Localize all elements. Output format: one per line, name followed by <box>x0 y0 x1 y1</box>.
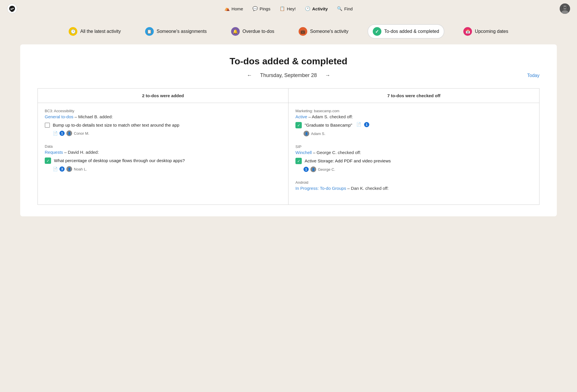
todo-checkbox-checked-1[interactable]: ✓ <box>45 157 51 164</box>
todo-subtitle-suffix-r2: – Dan K. checked off: <box>347 186 389 191</box>
todo-subtitle-general: General to-dos – Michael B. added: <box>45 114 281 119</box>
all-latest-icon: 🕐 <box>69 27 77 36</box>
todo-project-data: Data <box>45 144 281 149</box>
filter-upcoming-dates[interactable]: 📅 Upcoming dates <box>458 24 514 39</box>
nav-pings-label: Pings <box>260 6 271 11</box>
doc-icon-0: 📄 <box>53 131 58 136</box>
todo-subtitle-suffix-r0: – Adam S. checked off: <box>308 114 353 119</box>
todo-project-bc3: BC3: Accessibility <box>45 109 281 113</box>
filter-all-latest[interactable]: 🕐 All the latest activity <box>63 24 126 39</box>
todo-meta-0: 📄 1 👤 Conor M. <box>53 130 281 136</box>
todo-subtitle-suffix-r1: – George C. checked off: <box>313 150 361 155</box>
avatar[interactable] <box>560 3 570 14</box>
meta-badge-r0-inline: 1 <box>364 122 369 127</box>
todo-checkbox-empty-0[interactable] <box>45 123 50 128</box>
meta-name-r1: George C. <box>318 167 335 172</box>
nav-links: ⛺ Home 💬 Pings 📋 Hey! 🕐 Activity 🔍 Find <box>224 6 353 11</box>
meta-badge-0: 1 <box>59 131 65 136</box>
hey-icon: 📋 <box>280 6 285 11</box>
prev-day-arrow[interactable]: ← <box>245 71 254 80</box>
activity-icon: 🕐 <box>305 6 310 11</box>
filter-someones-assignments[interactable]: 📋 Someone's assignments <box>140 24 212 39</box>
todo-subtitle-requests: Requests – David H. added: <box>45 150 281 155</box>
todos-table: 2 to-dos were added BC3: Accessibility G… <box>38 89 539 205</box>
current-date: Thursday, September 28 <box>260 72 317 78</box>
meta-name-0: Conor M. <box>74 131 89 136</box>
todo-link-active[interactable]: Active <box>295 114 307 119</box>
nav-activity[interactable]: 🕐 Activity <box>305 6 328 11</box>
someones-assignments-icon: 📋 <box>145 27 154 36</box>
nav-hey[interactable]: 📋 Hey! <box>280 6 296 11</box>
nav-home[interactable]: ⛺ Home <box>224 6 243 11</box>
todo-text-r1: Active Storage: Add PDF and video previe… <box>305 158 391 164</box>
todo-link-requests[interactable]: Requests <box>45 150 63 155</box>
todo-text-r0: "Graduate to Basecamp" <box>305 122 352 128</box>
meta-badge-r1: 1 <box>304 167 309 172</box>
todo-item-row-r0: ✓ "Graduate to Basecamp" 📄 1 <box>295 122 532 128</box>
todo-project-sip: SIP <box>295 145 532 149</box>
filter-someones-assignments-label: Someone's assignments <box>157 29 207 34</box>
filter-bar: 🕐 All the latest activity 📋 Someone's as… <box>0 17 577 44</box>
todo-link-winchell[interactable]: Winchell <box>295 150 312 155</box>
meta-avatar-r0: 👤 <box>304 131 309 136</box>
added-column-header: 2 to-dos were added <box>38 89 288 103</box>
todo-subtitle-active: Active – Adam S. checked off: <box>295 114 532 119</box>
avatar-image <box>560 3 570 14</box>
top-nav: ⛺ Home 💬 Pings 📋 Hey! 🕐 Activity 🔍 Find <box>0 0 577 17</box>
meta-name-1: Noah L. <box>74 167 87 171</box>
page-title: To-dos added & completed <box>38 56 539 67</box>
todo-checkbox-checked-r0[interactable]: ✓ <box>295 122 302 128</box>
filter-upcoming-dates-label: Upcoming dates <box>475 29 508 34</box>
meta-avatar-1: 👤 <box>66 166 72 172</box>
todo-text-0: Bump up to-do details text size to match… <box>53 122 179 128</box>
filter-overdue-todos-label: Overdue to-dos <box>243 29 274 34</box>
todo-section-sip: SIP Winchell – George C. checked off: ✓ … <box>295 145 532 172</box>
checked-column: 7 to-dos were checked off Marketing: bas… <box>288 89 539 205</box>
nav-find[interactable]: 🔍 Find <box>337 6 353 11</box>
filter-someones-activity-label: Someone's activity <box>310 29 349 34</box>
upcoming-dates-icon: 📅 <box>463 27 472 36</box>
meta-badge-1: 3 <box>59 166 65 172</box>
nav-pings[interactable]: 💬 Pings <box>252 6 271 11</box>
pings-icon: 💬 <box>252 6 258 11</box>
todo-project-android: Android <box>295 180 532 185</box>
todo-section-data: Data Requests – David H. added: ✓ What p… <box>45 144 281 172</box>
todo-link-inprogress[interactable]: In Progress: To-do Groups <box>295 186 346 191</box>
todo-item-row-0: Bump up to-do details text size to match… <box>45 122 281 128</box>
added-column: 2 to-dos were added BC3: Accessibility G… <box>38 89 288 205</box>
filter-todos-added[interactable]: ✓ To-dos added & completed <box>368 24 444 39</box>
doc-icon-1: 📄 <box>53 167 58 171</box>
todo-section-android: Android In Progress: To-do Groups – Dan … <box>295 180 532 191</box>
filter-all-latest-label: All the latest activity <box>80 29 121 34</box>
todo-section-accessibility: BC3: Accessibility General to-dos – Mich… <box>45 109 281 136</box>
nav-find-label: Find <box>344 6 353 11</box>
checked-column-header: 7 to-dos were checked off <box>288 89 539 103</box>
todo-link-general[interactable]: General to-dos <box>45 114 73 119</box>
filter-someones-activity[interactable]: 💼 Someone's activity <box>293 24 354 39</box>
added-column-body: BC3: Accessibility General to-dos – Mich… <box>38 103 288 186</box>
todo-meta-r1: 1 👤 George C. <box>304 166 532 172</box>
todo-subtitle-suffix-0: – Michael B. added: <box>74 114 113 119</box>
checked-column-body: Marketing: basecamp.com Active – Adam S.… <box>288 103 539 205</box>
overdue-todos-icon: 🔔 <box>231 27 240 36</box>
todo-checkbox-checked-r1[interactable]: ✓ <box>295 158 302 164</box>
todo-subtitle-suffix-1: – David H. added: <box>64 150 99 155</box>
meta-avatar-r1: 👤 <box>310 166 316 172</box>
filter-overdue-todos[interactable]: 🔔 Overdue to-dos <box>226 24 280 39</box>
todo-subtitle-winchell: Winchell – George C. checked off: <box>295 150 532 155</box>
todo-text-1: What percentage of desktop usage flows t… <box>54 157 185 164</box>
nav-home-label: Home <box>232 6 243 11</box>
todo-subtitle-inprogress: In Progress: To-do Groups – Dan K. check… <box>295 186 532 191</box>
logo[interactable] <box>7 3 17 14</box>
nav-hey-label: Hey! <box>287 6 296 11</box>
todo-project-marketing: Marketing: basecamp.com <box>295 109 532 113</box>
meta-avatar-0: 👤 <box>66 130 72 136</box>
todo-item-row-1: ✓ What percentage of desktop usage flows… <box>45 157 281 164</box>
todos-added-icon: ✓ <box>373 27 381 36</box>
next-day-arrow[interactable]: → <box>323 71 332 80</box>
main-content: To-dos added & completed ← Thursday, Sep… <box>20 44 557 216</box>
meta-name-r0: Adam S. <box>311 132 325 136</box>
someones-activity-icon: 💼 <box>299 27 307 36</box>
date-navigation: ← Thursday, September 28 → Today <box>38 71 539 80</box>
today-link[interactable]: Today <box>527 73 539 78</box>
